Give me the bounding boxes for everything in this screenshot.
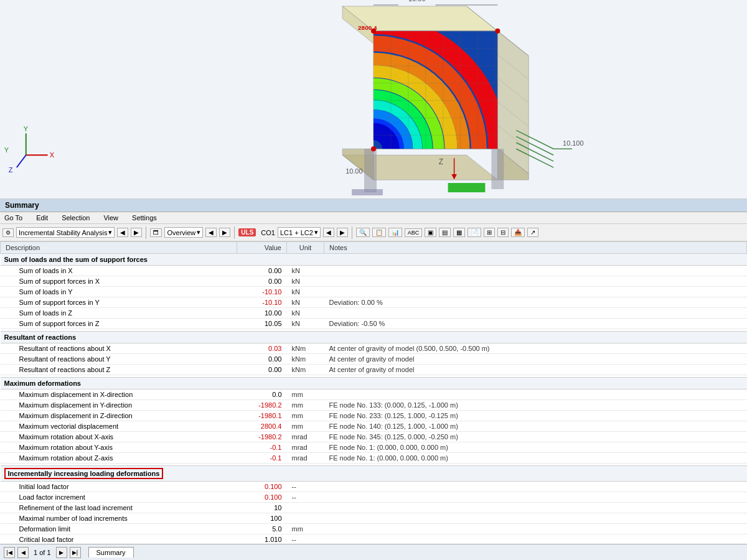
analysis-icon-btn[interactable]: ⚙ [2,228,14,237]
cell-unit: kN [287,297,324,308]
icon-btn-12[interactable]: ↗ [527,228,538,237]
summary-header: Summary [0,199,747,212]
summary-tab[interactable]: Summary [88,547,134,558]
table-row: Sum of loads in Y-10.10kN [1,287,747,297]
cell-desc: Maximum vectorial displacement [1,421,237,432]
prev-view-btn[interactable]: ◀ [205,228,217,237]
table-row: Maximum rotation about Z-axis-0.1mradFE … [1,453,747,464]
lc-label: LC1 + LC2 [280,229,313,236]
status-bar: |◀ ◀ 1 of 1 ▶ ▶| Summary [0,544,747,560]
next-analysis-btn[interactable]: ▶ [131,228,142,237]
icon-btn-5[interactable]: ▣ [425,228,436,237]
lc-dropdown[interactable]: LC1 + LC2 ▾ [278,227,321,238]
cell-note: FE node No. 133: (0.000, 0.125, -1.000 m… [324,400,747,411]
cell-unit: kN [287,266,324,276]
menu-settings[interactable]: Settings [130,213,159,222]
svg-marker-39 [491,149,504,189]
cell-desc: Critical load factor [1,534,237,544]
view-dropdown[interactable]: Overview ▾ [164,227,203,238]
cell-value: 10 [237,503,287,513]
svg-rect-44 [352,189,383,195]
menu-goto[interactable]: Go To [2,213,24,222]
menu-view[interactable]: View [101,213,120,222]
cell-note [324,492,747,503]
sep2 [234,226,235,239]
table-row: Critical load factor1.010-- [1,534,747,544]
cell-value: -0.1 [237,453,287,464]
table-row: Resultant of reactions about Y0.00kNmAt … [1,354,747,365]
table-header-row: Description Value Unit Notes [1,242,747,254]
icon-btn-8[interactable]: 📄 [467,228,481,237]
cell-note [324,287,747,297]
svg-point-42 [371,146,376,151]
icon-btn-3[interactable]: 📊 [388,228,402,237]
cell-unit: kN [287,308,324,319]
icon-btn-2[interactable]: 📋 [372,228,386,237]
cell-note [324,503,747,513]
svg-text:Y: Y [4,146,9,154]
cell-unit [287,503,324,513]
view-dropdown-arrow[interactable]: ▾ [197,228,200,236]
next-view-btn[interactable]: ▶ [219,228,230,237]
cell-desc: Sum of support forces in X [1,276,237,287]
svg-text:10.00: 10.00 [345,167,362,175]
col-desc-header: Description [1,242,237,254]
section-header-1: Resultant of reactions [1,332,747,343]
data-table: Description Value Unit Notes Sum of load… [0,241,747,544]
prev-analysis-btn[interactable]: ◀ [117,228,128,237]
cell-note [324,308,747,319]
icon-btn-6[interactable]: ▤ [439,228,451,237]
cell-value: 0.0 [237,390,287,400]
cell-value: 0.00 [237,354,287,365]
cell-desc: Maximum rotation about X-axis [1,432,237,442]
menu-selection[interactable]: Selection [60,213,92,222]
section-header-2: Maximum deformations [1,378,747,390]
cell-value: -1980.2 [237,400,287,411]
first-page-btn[interactable]: |◀ [4,547,15,558]
cell-unit: mrad [287,432,324,442]
cell-note: Deviation: -0.50 % [324,319,747,329]
svg-text:10.100: 10.100 [563,139,584,147]
icon-btn-7[interactable]: ▦ [453,228,465,237]
prev-page-btn[interactable]: ◀ [17,547,29,558]
next-lc-btn[interactable]: ▶ [337,228,348,237]
analysis-dropdown-arrow[interactable]: ▾ [108,228,112,236]
icon-btn-4[interactable]: ABC [405,228,423,237]
icon-btn-10[interactable]: ⊟ [497,228,509,237]
icon-btn-1[interactable]: 🔍 [356,228,370,237]
table-area: Description Value Unit Notes Sum of load… [0,241,747,544]
view-label: Overview [167,229,195,236]
icon-btn-9[interactable]: ⊞ [484,228,495,237]
cell-value: 0.100 [237,492,287,503]
cell-unit: mm [287,390,324,400]
cell-desc: Maximum rotation about Y-axis [1,442,237,453]
next-page-btn[interactable]: ▶ [56,547,67,558]
cell-desc: Sum of support forces in Z [1,319,237,329]
cell-value: 0.100 [237,482,287,492]
prev-lc-btn[interactable]: ◀ [323,228,334,237]
cell-value: 0.00 [237,365,287,375]
menu-edit[interactable]: Edit [34,213,50,222]
cell-note [324,276,747,287]
icon-btn-11[interactable]: 📥 [511,228,525,237]
cell-value: 10.00 [237,308,287,319]
co-label: CO1 [261,229,275,236]
cell-unit: kNm [287,343,324,354]
table-row: Sum of support forces in Z10.05kNDeviati… [1,319,747,329]
section-header-0: Sum of loads and the sum of support forc… [1,254,747,266]
cell-value: 1.010 [237,534,287,544]
cell-value: -10.10 [237,297,287,308]
summary-title: Summary [5,201,39,210]
table-row: Maximum vectorial displacement2800.4mmFE… [1,421,747,432]
cell-desc: Resultant of reactions about Z [1,365,237,375]
table-body: Sum of loads and the sum of support forc… [1,254,747,544]
table-row: Initial load factor0.100-- [1,482,747,492]
view-icon-btn[interactable]: 🗖 [150,228,162,237]
last-page-btn[interactable]: ▶| [70,547,81,558]
cell-unit: mm [287,524,324,534]
lc-dropdown-arrow[interactable]: ▾ [314,228,318,236]
svg-marker-38 [364,149,377,192]
analysis-dropdown[interactable]: Incremental Stability Analysis ▾ [16,227,115,238]
cell-note: FE node No. 345: (0.125, 0.000, -0.250 m… [324,432,747,442]
cell-note [324,266,747,276]
